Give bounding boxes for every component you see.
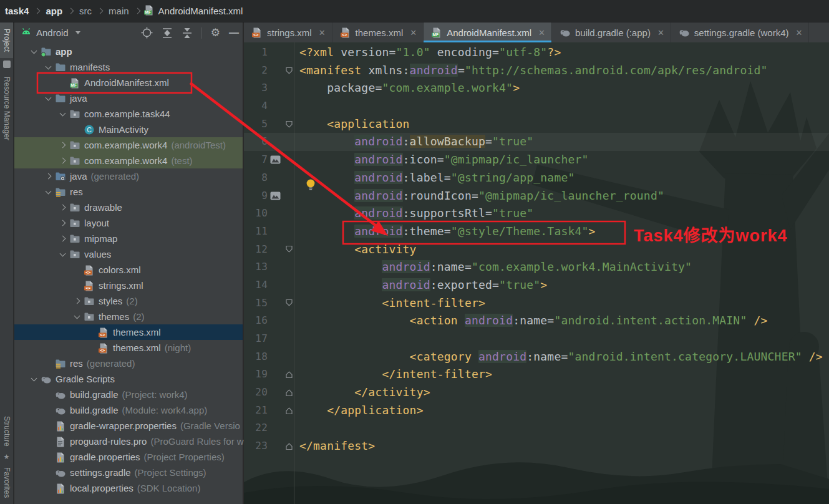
- close-tab-icon[interactable]: ✕: [319, 28, 326, 37]
- code-line-5[interactable]: 5 <application: [244, 115, 829, 133]
- code-line-11[interactable]: 11 android:theme="@style/Theme.Task4">: [244, 223, 829, 241]
- collapse-all-icon[interactable]: [182, 27, 193, 39]
- expand-all-icon[interactable]: [162, 27, 173, 39]
- code-line-21[interactable]: 21 </application>: [244, 402, 829, 420]
- tree-expand-chevron-icon[interactable]: [27, 378, 41, 380]
- close-tab-icon[interactable]: ✕: [538, 28, 545, 37]
- code-line-16[interactable]: 16 <action android:name="android.intent.…: [244, 312, 829, 330]
- hide-panel-icon[interactable]: —: [229, 27, 239, 39]
- tool-window-button-project[interactable]: Project: [0, 22, 13, 58]
- tree-item-mainactivity[interactable]: CMainActivity: [14, 122, 243, 137]
- code-line-4[interactable]: 4: [244, 97, 829, 115]
- tree-collapse-chevron-icon[interactable]: [56, 205, 69, 210]
- tree-expand-chevron-icon[interactable]: [70, 316, 84, 318]
- breadcrumb-item-main[interactable]: main: [106, 6, 132, 16]
- project-view-selector[interactable]: Android: [21, 27, 80, 39]
- tree-expand-chevron-icon[interactable]: [56, 253, 69, 256]
- tree-expand-chevron-icon[interactable]: [41, 97, 55, 100]
- code-line-18[interactable]: 18 <category android:name="android.inten…: [244, 348, 829, 366]
- fold-marker-icon[interactable]: [285, 389, 293, 397]
- drawable-preview-icon[interactable]: [270, 191, 281, 200]
- code-pane[interactable]: 1<?xml version="1.0" encoding="utf-8"?>2…: [244, 42, 829, 504]
- tree-item-build-gradle[interactable]: build.gradle(Project: work4): [14, 387, 243, 402]
- code-line-8[interactable]: 8 android:label="@string/app_name": [244, 169, 829, 187]
- code-line-23[interactable]: 23</manifest>: [244, 437, 829, 455]
- tree-item-res[interactable]: res: [14, 184, 243, 200]
- code-line-13[interactable]: 13 android:name="com.example.work4.MainA…: [244, 258, 829, 276]
- tree-item-styles[interactable]: styles(2): [14, 293, 243, 309]
- tree-collapse-chevron-icon[interactable]: [70, 299, 84, 303]
- breadcrumb-item-src[interactable]: src: [77, 6, 94, 16]
- tree-item-build-gradle[interactable]: build.gradle(Module: work4.app): [14, 402, 243, 418]
- close-tab-icon[interactable]: ✕: [410, 28, 417, 37]
- tool-window-button-favorites[interactable]: Favorites: [0, 461, 13, 504]
- code-line-7[interactable]: 7 android:icon="@mipmap/ic_launcher": [244, 151, 829, 169]
- fold-marker-icon[interactable]: [285, 67, 293, 75]
- code-line-22[interactable]: 22: [244, 419, 829, 437]
- tree-item-com-example-work4[interactable]: com.example.work4(test): [14, 153, 243, 168]
- code-line-9[interactable]: 9 android:roundIcon="@mipmap/ic_launcher…: [244, 187, 829, 205]
- tool-window-button-structure[interactable]: Structure: [0, 410, 13, 453]
- code-line-14[interactable]: 14 android:exported="true">: [244, 276, 829, 294]
- tree-item-androidmanifest-xml[interactable]: MFAndroidManifest.xml: [14, 75, 243, 90]
- tree-item-gradle-wrapper-properties[interactable]: gradle-wrapper.properties(Gradle Versio: [14, 418, 243, 434]
- tree-item-settings-gradle[interactable]: settings.gradle(Project Settings): [14, 465, 243, 480]
- tree-item-gradle-properties[interactable]: gradle.properties(Project Properties): [14, 449, 243, 465]
- settings-gear-icon[interactable]: ⚙: [211, 26, 220, 39]
- tree-item-strings-xml[interactable]: <>strings.xml: [14, 278, 243, 293]
- fold-marker-icon[interactable]: [285, 371, 293, 379]
- tool-window-button-resource-manager[interactable]: Resource Manager: [0, 70, 13, 147]
- tree-item-themes-xml[interactable]: <>themes.xml: [14, 324, 243, 340]
- tree-item-themes[interactable]: themes(2): [14, 309, 243, 324]
- editor-tab-themes.xml[interactable]: <>themes.xml✕: [332, 22, 424, 42]
- tree-expand-chevron-icon[interactable]: [41, 66, 55, 69]
- tree-expand-chevron-icon[interactable]: [27, 51, 41, 53]
- code-line-19[interactable]: 19 </intent-filter>: [244, 366, 829, 384]
- tree-collapse-chevron-icon[interactable]: [56, 221, 69, 225]
- tree-item-app[interactable]: app: [14, 44, 243, 59]
- tree-item-com-example-task44[interactable]: com.example.task44: [14, 106, 243, 122]
- code-line-2[interactable]: 2<manifest xmlns:android="http://schemas…: [244, 62, 829, 80]
- breadcrumb-item-file[interactable]: MF AndroidManifest.xml: [143, 4, 243, 17]
- tree-collapse-chevron-icon[interactable]: [41, 174, 55, 178]
- editor-tab-AndroidManifest.xml[interactable]: MFAndroidManifest.xml✕: [424, 22, 552, 42]
- tree-expand-chevron-icon[interactable]: [56, 113, 69, 115]
- fold-marker-icon[interactable]: [285, 407, 293, 415]
- code-line-3[interactable]: 3 package="com.example.work4">: [244, 79, 829, 97]
- tree-item-colors-xml[interactable]: <>colors.xml: [14, 262, 243, 278]
- tree-item-res[interactable]: res(generated): [14, 356, 243, 371]
- close-tab-icon[interactable]: ✕: [657, 28, 664, 37]
- tree-collapse-chevron-icon[interactable]: [56, 143, 69, 147]
- editor-tab-strings.xml[interactable]: <>strings.xml✕: [244, 22, 332, 42]
- code-line-17[interactable]: 17: [244, 330, 829, 348]
- tree-item-drawable[interactable]: drawable: [14, 200, 243, 215]
- fold-marker-icon[interactable]: [285, 299, 293, 307]
- code-line-15[interactable]: 15 <intent-filter>: [244, 294, 829, 313]
- breadcrumb-item-app[interactable]: app: [43, 6, 65, 16]
- tree-item-mipmap[interactable]: mipmap: [14, 231, 243, 246]
- code-line-20[interactable]: 20 </activity>: [244, 384, 829, 402]
- tree-item-values[interactable]: values: [14, 246, 243, 262]
- close-tab-icon[interactable]: ✕: [796, 28, 803, 37]
- tree-item-gradle-scripts[interactable]: Gradle Scripts: [14, 371, 243, 387]
- tree-item-themes-xml[interactable]: <>themes.xml(night): [14, 340, 243, 356]
- tree-item-layout[interactable]: layout: [14, 215, 243, 231]
- tree-expand-chevron-icon[interactable]: [41, 191, 55, 193]
- tree-item-java[interactable]: java(generated): [14, 168, 243, 184]
- breadcrumb-item-project[interactable]: task4: [2, 6, 31, 16]
- editor-tab-build.gradle[interactable]: build.gradle (:app)✕: [552, 22, 671, 42]
- drawable-preview-icon[interactable]: [270, 155, 281, 164]
- tree-item-local-properties[interactable]: local.properties(SDK Location): [14, 480, 243, 496]
- code-editor[interactable]: 1<?xml version="1.0" encoding="utf-8"?>2…: [244, 42, 829, 504]
- locate-file-icon[interactable]: [141, 27, 153, 39]
- fold-marker-icon[interactable]: [285, 120, 293, 128]
- tree-collapse-chevron-icon[interactable]: [56, 158, 69, 163]
- tree-item-proguard-rules-pro[interactable]: proguard-rules.pro(ProGuard Rules for w: [14, 434, 243, 449]
- tree-item-com-example-work4[interactable]: com.example.work4(androidTest): [14, 137, 243, 153]
- code-line-12[interactable]: 12 <activity: [244, 241, 829, 259]
- fold-marker-icon[interactable]: [285, 245, 293, 253]
- fold-marker-icon[interactable]: [285, 442, 293, 450]
- code-line-1[interactable]: 1<?xml version="1.0" encoding="utf-8"?>: [244, 44, 829, 62]
- editor-tab-settings.gradle[interactable]: settings.gradle (work4)✕: [671, 22, 810, 42]
- code-line-6[interactable]: 6 android:allowBackup="true": [244, 133, 829, 151]
